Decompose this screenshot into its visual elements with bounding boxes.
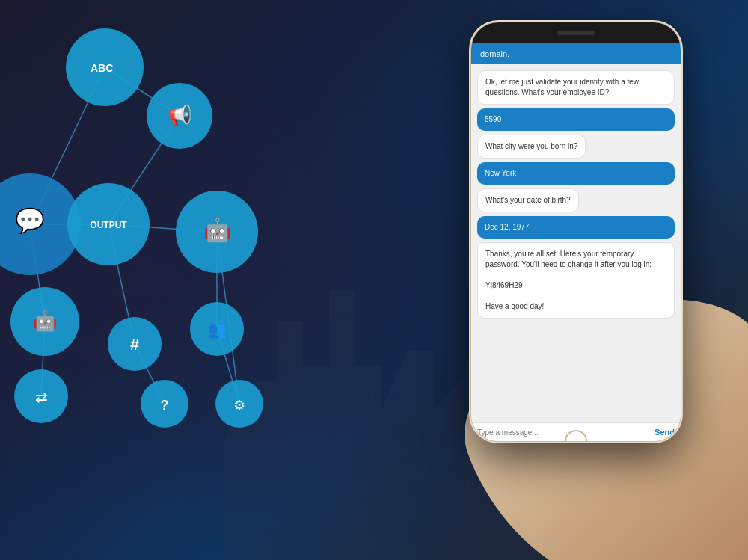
- message-user-2-text: New York: [485, 169, 516, 177]
- message-user-3-text: Dec 12, 1977: [485, 223, 530, 231]
- svg-text:📢: 📢: [168, 103, 192, 127]
- message-bot-1-text: Ok, let me just validate your identity w…: [485, 78, 639, 96]
- network-visualization: 💬 ABC_ OUTPUT 📢 🤖 🤖 ⇄ # 👥 ? ⚙: [0, 0, 344, 560]
- svg-text:#: #: [130, 335, 139, 354]
- svg-text:⇄: ⇄: [35, 389, 48, 405]
- svg-text:👥: 👥: [208, 321, 227, 339]
- message-final-text: Thanks, you're all set. Here's your temp…: [485, 250, 652, 310]
- svg-text:?: ?: [161, 398, 169, 413]
- message-user-1: 5590: [477, 108, 675, 131]
- chat-header-text: domain.: [480, 49, 509, 58]
- phone-body: domain. Ok, let me just validate your id…: [471, 22, 681, 441]
- message-user-1-text: 5590: [485, 115, 501, 123]
- message-bot-3: What's your date of birth?: [477, 188, 579, 212]
- phone-speaker: [557, 31, 595, 35]
- svg-text:OUTPUT: OUTPUT: [90, 220, 127, 230]
- svg-text:💬: 💬: [15, 206, 45, 235]
- chat-messages: Ok, let me just validate your identity w…: [471, 64, 681, 422]
- message-user-2: New York: [477, 162, 675, 185]
- svg-text:ABC_: ABC_: [91, 62, 119, 74]
- message-user-3: Dec 12, 1977: [477, 216, 675, 239]
- chat-app: domain. Ok, let me just validate your id…: [471, 43, 681, 441]
- chat-header: domain.: [471, 43, 681, 64]
- svg-text:🤖: 🤖: [203, 217, 232, 244]
- svg-text:🤖: 🤖: [33, 309, 58, 333]
- chat-message-input[interactable]: [477, 428, 650, 437]
- message-bot-1: Ok, let me just validate your identity w…: [477, 70, 675, 105]
- message-final: Thanks, you're all set. Here's your temp…: [477, 242, 675, 319]
- phone-top-bar: [471, 22, 681, 43]
- svg-text:⚙: ⚙: [233, 398, 245, 413]
- message-bot-2: What city were you born in?: [477, 135, 586, 159]
- message-bot-2-text: What city were you born in?: [485, 142, 577, 150]
- message-bot-3-text: What's your date of birth?: [485, 196, 571, 204]
